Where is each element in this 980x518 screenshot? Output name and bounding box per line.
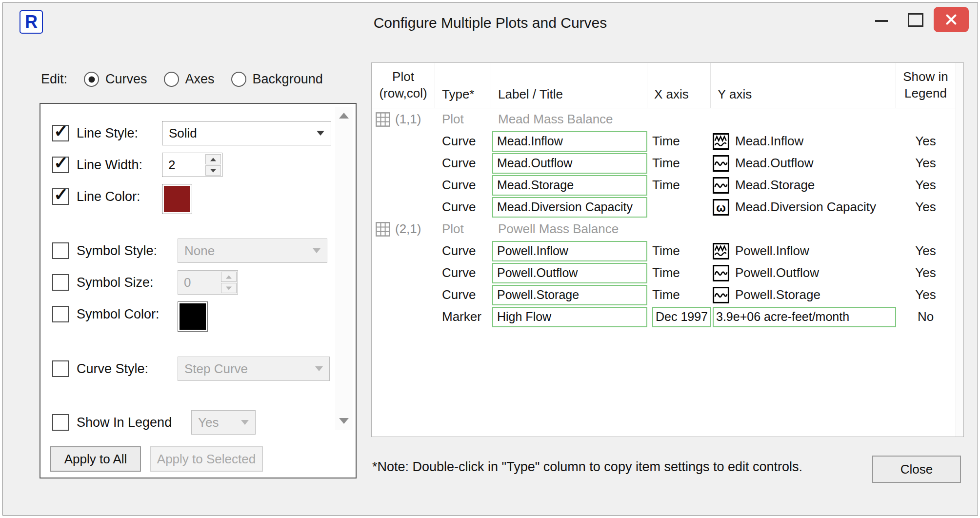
symbol-size-checkbox[interactable]: [52, 274, 69, 291]
line-style-checkbox[interactable]: [52, 125, 69, 141]
label-input[interactable]: Mead.Storage: [492, 175, 647, 196]
line-color-color[interactable]: [162, 184, 192, 214]
line-width-spinner[interactable]: 2: [162, 153, 222, 177]
symbol-size-spinner[interactable]: 0: [178, 270, 238, 295]
scroll-down-icon[interactable]: [335, 412, 353, 430]
symbol-size-value: 0: [178, 271, 220, 294]
type-cell[interactable]: Plot: [435, 108, 491, 130]
x-axis-value: Time: [652, 265, 680, 280]
type-cell[interactable]: Marker: [435, 306, 491, 328]
show-in-legend-checkbox[interactable]: [52, 414, 69, 431]
show-in-legend-cell[interactable]: Yes: [896, 196, 955, 218]
symbol-style-value: None: [178, 243, 313, 259]
label-input[interactable]: Powell.Outflow: [492, 263, 647, 283]
label-input[interactable]: Mead.Outflow: [492, 153, 647, 174]
table-row[interactable]: CurvePowell.OutflowTimePowell.OutflowYes: [372, 262, 963, 284]
show-in-legend-dropdown[interactable]: Yes: [191, 410, 256, 435]
peaks-wave-icon: [713, 243, 729, 259]
show-in-legend-cell[interactable]: [896, 218, 955, 240]
show-in-legend-cell[interactable]: [896, 108, 955, 130]
table-row[interactable]: (2,1)PlotPowell Mass Balance: [372, 218, 963, 240]
show-in-legend-cell[interactable]: Yes: [896, 262, 955, 284]
table-row[interactable]: CurvePowell.InflowTimePowell.InflowYes: [372, 240, 963, 262]
edit-radio-background[interactable]: Background: [231, 72, 323, 87]
label-cell: High Flow: [491, 306, 647, 328]
peaks-wave-icon: [713, 133, 729, 150]
style-panel-scrollbar[interactable]: [335, 107, 353, 430]
curve-style-dropdown[interactable]: Step Curve: [178, 357, 330, 381]
label-input[interactable]: Powell.Storage: [492, 285, 647, 305]
show-in-legend-cell[interactable]: Yes: [896, 240, 955, 262]
apply-to-selected-button[interactable]: Apply to Selected: [150, 446, 263, 472]
edit-label: Edit:: [41, 72, 67, 87]
y-axis-cell: ωMead.Diversion Capacity: [711, 196, 896, 218]
symbol-style-dropdown[interactable]: None: [178, 239, 327, 263]
label-input[interactable]: Powell.Inflow: [492, 241, 647, 261]
spin-down-icon[interactable]: [221, 283, 237, 293]
curve-style-value: Step Curve: [178, 361, 315, 377]
spin-up-icon[interactable]: [221, 272, 237, 282]
apply-to-all-button[interactable]: Apply to All: [50, 446, 141, 472]
label-input[interactable]: High Flow: [492, 307, 647, 327]
type-cell[interactable]: Curve: [435, 240, 491, 262]
wave-icon: [713, 265, 729, 281]
x-axis-cell: Time: [647, 130, 711, 152]
table-row[interactable]: CurveMead.Diversion CapacityωMead.Divers…: [372, 196, 963, 218]
symbol-color-color[interactable]: [178, 301, 208, 332]
control-row-symbol-style: Symbol Style:None: [52, 238, 329, 263]
edit-radio-curves[interactable]: Curves: [84, 72, 147, 87]
edit-radio-axes[interactable]: Axes: [164, 72, 215, 87]
type-cell[interactable]: Curve: [435, 174, 491, 196]
scroll-up-icon[interactable]: [335, 107, 353, 124]
line-color-label: Line Color:: [77, 189, 140, 204]
symbol-color-checkbox[interactable]: [52, 306, 69, 322]
table-row[interactable]: CurveMead.StorageTimeMead.StorageYes: [372, 174, 963, 196]
show-in-legend-cell[interactable]: No: [896, 306, 955, 328]
radio-icon: [231, 72, 246, 87]
x-axis-cell: Time: [647, 240, 711, 262]
table-row[interactable]: CurveMead.InflowTimeMead.InflowYes: [372, 130, 963, 152]
table-row[interactable]: (1,1)PlotMead Mass Balance: [372, 108, 963, 130]
header-y-axis: Y axis: [718, 86, 896, 103]
type-cell[interactable]: Curve: [435, 152, 491, 174]
type-cell[interactable]: Curve: [435, 196, 491, 218]
show-in-legend-cell[interactable]: Yes: [896, 174, 955, 196]
line-color-checkbox[interactable]: [52, 188, 69, 205]
table-row[interactable]: MarkerHigh FlowDec 19973.9e+06 acre-feet…: [372, 306, 963, 328]
x-axis-input[interactable]: Dec 1997: [652, 307, 711, 327]
type-cell[interactable]: Curve: [435, 284, 491, 306]
chevron-down-icon: [315, 366, 323, 371]
spin-down-icon[interactable]: [205, 165, 221, 176]
window-title: Configure Multiple Plots and Curves: [3, 15, 978, 31]
minimize-icon[interactable]: [867, 7, 896, 32]
type-cell[interactable]: Curve: [435, 262, 491, 284]
symbol-style-checkbox[interactable]: [52, 242, 69, 259]
y-axis-input[interactable]: 3.9e+06 acre-feet/month: [713, 307, 896, 327]
label-input[interactable]: Mead.Diversion Capacity: [492, 197, 647, 218]
line-width-checkbox[interactable]: [52, 157, 69, 173]
y-axis-value: Powell.Outflow: [735, 265, 819, 280]
type-cell[interactable]: Plot: [435, 218, 491, 240]
line-style-value: Solid: [162, 126, 317, 141]
show-in-legend-cell[interactable]: Yes: [896, 284, 955, 306]
close-window-icon[interactable]: [934, 7, 969, 32]
line-style-dropdown[interactable]: Solid: [162, 121, 331, 145]
table-scrollbar-gutter[interactable]: [956, 63, 963, 437]
type-cell[interactable]: Curve: [435, 130, 491, 152]
close-button[interactable]: Close: [872, 456, 961, 483]
title-bar[interactable]: R Configure Multiple Plots and Curves: [3, 3, 978, 39]
show-in-legend-cell[interactable]: Yes: [896, 130, 955, 152]
control-row-curve-style: Curve Style:Step Curve: [52, 356, 329, 381]
maximize-icon[interactable]: [900, 7, 929, 32]
table-row[interactable]: CurveMead.OutflowTimeMead.OutflowYes: [372, 152, 963, 174]
label-cell: Powell Mass Balance: [491, 218, 647, 240]
spin-up-icon[interactable]: [205, 154, 221, 164]
column-header-x-axis: X axis: [647, 63, 711, 108]
label-cell: Mead.Inflow: [491, 130, 647, 152]
show-in-legend-cell[interactable]: Yes: [896, 152, 955, 174]
curve-style-checkbox[interactable]: [52, 360, 69, 377]
x-axis-cell: Time: [647, 262, 711, 284]
table-row[interactable]: CurvePowell.StorageTimePowell.StorageYes: [372, 284, 963, 306]
color-swatch-fill: [164, 186, 190, 212]
label-input[interactable]: Mead.Inflow: [492, 131, 647, 152]
